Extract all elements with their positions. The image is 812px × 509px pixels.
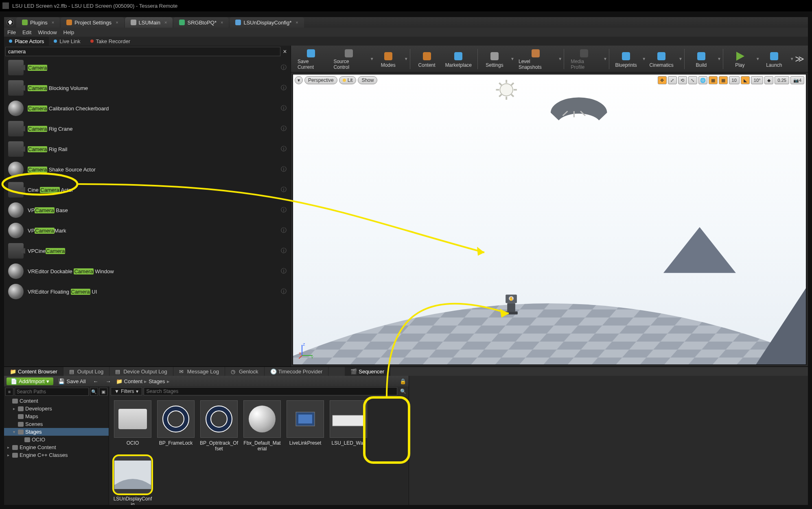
actor-result-item[interactable]: Camera Blocking Volume ⓘ xyxy=(4,78,291,98)
info-icon[interactable]: ⓘ xyxy=(281,206,287,214)
tab-live-link[interactable]: Live Link xyxy=(49,37,85,46)
main-tab[interactable]: Plugins× xyxy=(16,17,60,28)
dropdown-icon[interactable]: ▼ xyxy=(557,57,561,61)
menu-edit[interactable]: Edit xyxy=(22,29,31,35)
tree-item[interactable]: OCIO xyxy=(4,436,109,443)
dropdown-icon[interactable]: ▼ xyxy=(716,57,720,61)
lock-button[interactable]: 🔒 xyxy=(400,378,406,384)
info-icon[interactable]: ⓘ xyxy=(281,166,287,173)
tree-item[interactable]: Maps xyxy=(4,412,109,420)
actor-result-item[interactable]: VREditor Floating Camera UI ⓘ xyxy=(4,281,291,302)
media-profile-button[interactable]: Media Profile xyxy=(567,47,602,71)
actor-result-item[interactable]: VPCamera Base ⓘ xyxy=(4,200,291,220)
scale-snap-button[interactable]: ◆ xyxy=(764,76,773,84)
main-tab[interactable]: Project Settings× xyxy=(61,17,124,28)
tree-item[interactable]: ▾Stages xyxy=(4,428,109,436)
clear-search-button[interactable]: × xyxy=(280,48,289,55)
dropdown-icon[interactable]: ▼ xyxy=(602,57,606,61)
transform-select-button[interactable]: ✥ xyxy=(658,76,667,84)
asset-item[interactable]: Fbx_Default_Material xyxy=(243,400,282,452)
close-icon[interactable]: × xyxy=(52,20,54,25)
tree-item[interactable]: ▸Engine Content xyxy=(4,443,109,451)
save-current-button[interactable]: Save Current xyxy=(293,47,328,71)
marketplace-button[interactable]: Marketplace xyxy=(442,47,475,71)
dropdown-icon[interactable]: ▼ xyxy=(641,57,645,61)
tree-item[interactable]: ▸Developers xyxy=(4,405,109,412)
dropdown-icon[interactable]: ▼ xyxy=(369,57,373,61)
toolbar-overflow-button[interactable]: ≫ xyxy=(794,54,805,64)
actor-result-item[interactable]: Camera ⓘ xyxy=(4,57,291,78)
crumb-stages[interactable]: Stages xyxy=(149,378,165,384)
blueprints-button[interactable]: Blueprints xyxy=(612,47,640,71)
build-button[interactable]: Build xyxy=(687,47,716,71)
nav-fwd-button[interactable]: → xyxy=(103,377,114,385)
tree-search-button[interactable]: 🔍 xyxy=(90,388,98,396)
menu-file[interactable]: File xyxy=(7,29,16,35)
nav-back-button[interactable]: ← xyxy=(91,377,101,385)
angle-snap-button[interactable]: ◣ xyxy=(741,76,750,84)
info-icon[interactable]: ⓘ xyxy=(281,247,287,254)
close-icon[interactable]: × xyxy=(116,20,118,25)
tree-item[interactable]: Scenes xyxy=(4,420,109,428)
assets-search-button[interactable]: 🔍 xyxy=(399,388,407,394)
level-viewport[interactable]: ▾ Perspective Lit Show ✥ ⤢ ⟲ ⤡ 🌐 ▦ ▦ 10 … xyxy=(293,74,806,365)
angle-snap-value[interactable]: 10° xyxy=(751,76,764,84)
asset-item[interactable]: OCIO xyxy=(113,400,152,452)
asset-item[interactable]: BP_FrameLock xyxy=(156,400,195,452)
viewport-show-button[interactable]: Show xyxy=(358,76,377,84)
actor-result-item[interactable]: Camera Rig Rail ⓘ xyxy=(4,139,291,159)
assets-search-input[interactable] xyxy=(144,387,397,395)
crumb-content[interactable]: Content xyxy=(124,378,143,384)
expand-icon[interactable]: ▸ xyxy=(11,406,16,411)
actor-result-item[interactable]: Camera Rig Crane ⓘ xyxy=(4,118,291,139)
close-icon[interactable]: × xyxy=(295,20,298,25)
tree-collapse-button[interactable]: ▣ xyxy=(99,388,107,396)
asset-item[interactable]: BP_Optritrack_Offset xyxy=(199,400,239,452)
tab-genlock[interactable]: ◷Genlock xyxy=(225,367,265,376)
add-import-button[interactable]: 📄Add/Import▾ xyxy=(7,377,53,385)
tree-item[interactable]: Content xyxy=(4,397,109,405)
transform-scale-button[interactable]: ⤡ xyxy=(688,76,697,84)
modes-button[interactable]: Modes xyxy=(374,47,403,71)
grid-snap-button[interactable]: ▦ xyxy=(719,76,728,84)
tab-take-recorder[interactable]: Take Recorder xyxy=(85,37,136,46)
info-icon[interactable]: ⓘ xyxy=(281,125,287,132)
tab-timecode-provider[interactable]: 🕒Timecode Provider xyxy=(265,367,329,376)
info-icon[interactable]: ⓘ xyxy=(281,64,287,71)
info-icon[interactable]: ⓘ xyxy=(281,145,287,153)
surface-snap-button[interactable]: ▦ xyxy=(709,76,718,84)
camera-speed-button[interactable]: 📷 4 xyxy=(790,76,804,84)
actor-result-item[interactable]: VPCineCamera ⓘ xyxy=(4,241,291,261)
tab-sequencer[interactable]: 🎬Sequencer xyxy=(345,367,390,376)
coord-space-button[interactable]: 🌐 xyxy=(698,76,707,84)
dropdown-icon[interactable]: ▼ xyxy=(403,57,407,61)
menu-window[interactable]: Window xyxy=(38,29,57,35)
asset-item[interactable]: LiveLinkPreset xyxy=(286,400,325,452)
viewport-menu-dropdown[interactable]: ▾ xyxy=(295,76,303,84)
main-tab[interactable]: LSUMain× xyxy=(125,17,173,28)
viewport-lit-button[interactable]: Lit xyxy=(339,76,357,84)
sources-tree[interactable]: Content▸DevelopersMapsScenes▾StagesOCIO▸… xyxy=(4,397,109,505)
main-tab[interactable]: SRGBtoPQ*× xyxy=(173,17,229,28)
tab-message-log[interactable]: ✉Message Log xyxy=(173,367,225,376)
info-icon[interactable]: ⓘ xyxy=(281,186,287,193)
settings-button[interactable]: Settings xyxy=(480,47,509,71)
dropdown-icon[interactable]: ▼ xyxy=(755,57,759,61)
level-snapshots-button[interactable]: Level Snapshots xyxy=(514,47,556,71)
save-all-button[interactable]: 💾Save All xyxy=(56,377,88,385)
close-icon[interactable]: × xyxy=(164,20,167,25)
scale-snap-value[interactable]: 0.25 xyxy=(775,76,789,84)
info-icon[interactable]: ⓘ xyxy=(281,268,287,275)
cinematics-button[interactable]: Cinematics xyxy=(646,47,677,71)
asset-grid[interactable]: OCIOBP_FrameLockBP_Optritrack_OffsetFbx_… xyxy=(109,396,409,505)
launch-button[interactable]: Launch xyxy=(760,47,788,71)
actor-result-item[interactable]: Camera Shake Source Actor ⓘ xyxy=(4,159,291,180)
dropdown-icon[interactable]: ▼ xyxy=(510,57,514,61)
actor-result-item[interactable]: Camera Calibration Checkerboard ⓘ xyxy=(4,98,291,118)
actor-result-item[interactable]: VREditor Dockable Camera Window ⓘ xyxy=(4,261,291,281)
tab-output-log[interactable]: ▤Output Log xyxy=(63,367,109,376)
info-icon[interactable]: ⓘ xyxy=(281,105,287,112)
grid-snap-value[interactable]: 10 xyxy=(729,76,740,84)
asset-item[interactable]: LSU_LED_Wall xyxy=(329,400,368,452)
main-tab[interactable]: LSUnDisplayConfig*× xyxy=(230,17,304,28)
